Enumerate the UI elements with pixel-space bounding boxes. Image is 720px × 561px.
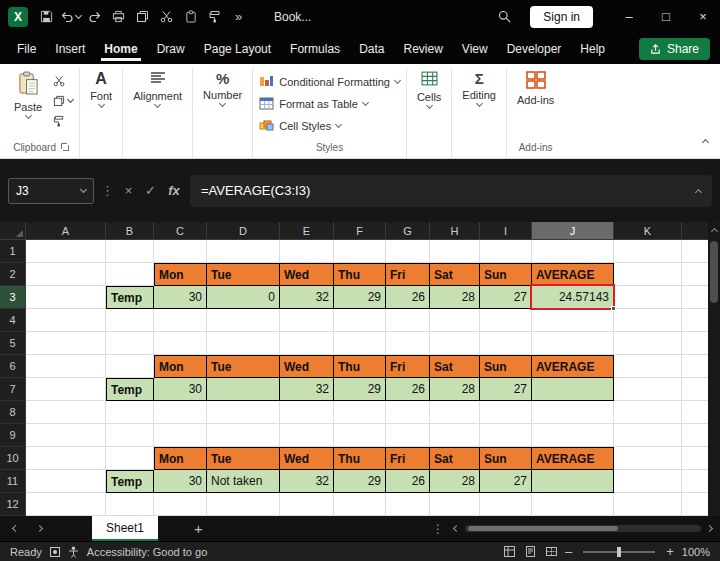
- tab-view[interactable]: View: [461, 34, 489, 64]
- font-button[interactable]: A Font: [86, 68, 116, 107]
- cell[interactable]: [386, 332, 430, 355]
- font-dropdown-icon[interactable]: [98, 101, 105, 108]
- cell[interactable]: [26, 286, 106, 309]
- cell-I11[interactable]: 27: [480, 470, 532, 493]
- cell-G10[interactable]: Fri: [386, 447, 430, 470]
- editing-dropdown-icon[interactable]: [476, 100, 483, 107]
- row-header-4[interactable]: 4: [0, 309, 26, 332]
- cell[interactable]: [26, 470, 106, 493]
- cell[interactable]: [334, 332, 386, 355]
- collapse-ribbon-icon[interactable]: [703, 131, 708, 149]
- format-as-table-button[interactable]: Format as Table: [259, 93, 368, 115]
- record-macro-icon[interactable]: [50, 547, 60, 557]
- cell[interactable]: [154, 424, 207, 447]
- zoom-out-button[interactable]: –: [565, 544, 572, 559]
- cell[interactable]: [106, 447, 154, 470]
- cell[interactable]: [386, 424, 430, 447]
- format-painter-icon[interactable]: [204, 6, 225, 28]
- cell[interactable]: [26, 378, 106, 401]
- cell-E11[interactable]: 32: [280, 470, 334, 493]
- cell-J7[interactable]: [532, 378, 614, 401]
- cut-icon[interactable]: [156, 6, 177, 28]
- cell-E6[interactable]: Wed: [280, 355, 334, 378]
- cell[interactable]: [106, 263, 154, 286]
- cell[interactable]: [154, 332, 207, 355]
- tab-developer[interactable]: Developer: [506, 34, 563, 64]
- cell[interactable]: [614, 424, 682, 447]
- save-icon[interactable]: [36, 6, 57, 28]
- cell[interactable]: [154, 309, 207, 332]
- cell[interactable]: [154, 240, 207, 263]
- tab-draw[interactable]: Draw: [156, 34, 186, 64]
- cell[interactable]: [480, 401, 532, 424]
- row-header-11[interactable]: 11: [0, 470, 26, 493]
- conditional-formatting-dropdown-icon[interactable]: [394, 77, 401, 84]
- excel-logo-icon[interactable]: X: [8, 7, 28, 27]
- cell-E7[interactable]: 32: [280, 378, 334, 401]
- tab-insert[interactable]: Insert: [54, 34, 86, 64]
- col-header-A[interactable]: A: [26, 222, 106, 240]
- col-header-K[interactable]: K: [614, 222, 682, 240]
- cell-H2[interactable]: Sat: [430, 263, 480, 286]
- alignment-dropdown-icon[interactable]: [154, 101, 161, 108]
- row-header-8[interactable]: 8: [0, 401, 26, 424]
- col-header-F[interactable]: F: [334, 222, 386, 240]
- editing-button[interactable]: Σ Editing: [458, 68, 500, 106]
- cell[interactable]: [430, 493, 480, 516]
- cell-B7[interactable]: Temp: [106, 378, 154, 401]
- cell[interactable]: [430, 332, 480, 355]
- cell[interactable]: [614, 493, 682, 516]
- cell-C6[interactable]: Mon: [154, 355, 207, 378]
- cell-G7[interactable]: 26: [386, 378, 430, 401]
- fill-handle[interactable]: [611, 306, 616, 311]
- alignment-button[interactable]: Alignment: [129, 68, 186, 107]
- qat-overflow-icon[interactable]: »: [228, 6, 249, 28]
- cell[interactable]: [430, 240, 480, 263]
- insert-function-icon[interactable]: fx: [165, 183, 183, 198]
- cell[interactable]: [430, 401, 480, 424]
- col-header-B[interactable]: B: [106, 222, 154, 240]
- cell-I10[interactable]: Sun: [480, 447, 532, 470]
- col-header-I[interactable]: I: [480, 222, 532, 240]
- sheet-nav-left-icon[interactable]: [8, 526, 22, 531]
- cell-C10[interactable]: Mon: [154, 447, 207, 470]
- row-header-7[interactable]: 7: [0, 378, 26, 401]
- accessibility-status[interactable]: Accessibility: Good to go: [87, 546, 207, 558]
- zoom-slider-thumb[interactable]: [617, 547, 621, 557]
- cell[interactable]: [280, 309, 334, 332]
- col-header-C[interactable]: C: [154, 222, 207, 240]
- cut-icon[interactable]: [53, 75, 73, 87]
- cell[interactable]: [26, 240, 106, 263]
- cell[interactable]: [106, 355, 154, 378]
- cell[interactable]: [280, 240, 334, 263]
- cell[interactable]: [26, 355, 106, 378]
- cell-F2[interactable]: Thu: [334, 263, 386, 286]
- cell-I7[interactable]: 27: [480, 378, 532, 401]
- cells-button[interactable]: Cells: [413, 68, 445, 108]
- row-header-3[interactable]: 3: [0, 286, 26, 309]
- cell[interactable]: [334, 493, 386, 516]
- cancel-icon[interactable]: ×: [121, 183, 136, 198]
- scroll-up-icon[interactable]: [710, 228, 717, 235]
- scroll-left-icon[interactable]: [453, 525, 460, 532]
- cell[interactable]: [334, 309, 386, 332]
- cell[interactable]: [614, 378, 682, 401]
- tab-help[interactable]: Help: [579, 34, 606, 64]
- cell[interactable]: [207, 401, 280, 424]
- status-ready[interactable]: Ready: [10, 546, 42, 558]
- cell[interactable]: [280, 493, 334, 516]
- col-header-J[interactable]: J: [532, 222, 614, 240]
- paste-button[interactable]: Paste: [10, 68, 46, 118]
- expand-formula-bar-icon[interactable]: [695, 188, 702, 195]
- col-header-H[interactable]: H: [430, 222, 480, 240]
- horizontal-scrollbar[interactable]: [454, 525, 712, 532]
- cell[interactable]: [280, 332, 334, 355]
- cell-F11[interactable]: 29: [334, 470, 386, 493]
- cell[interactable]: [614, 263, 682, 286]
- add-ins-button[interactable]: Add-ins: [513, 68, 558, 106]
- vertical-scrollbar[interactable]: [708, 222, 720, 516]
- cell[interactable]: [386, 240, 430, 263]
- name-box-dropdown-icon[interactable]: [80, 185, 87, 192]
- workbook-name[interactable]: Book...: [274, 10, 311, 24]
- cell-G11[interactable]: 26: [386, 470, 430, 493]
